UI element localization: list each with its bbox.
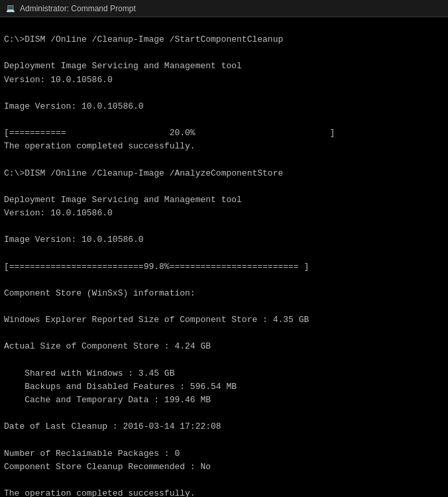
console-line (4, 327, 444, 340)
console-line: Image Version: 10.0.10586.0 (4, 233, 444, 247)
console-line: Backups and Disabled Features : 596.54 M… (4, 380, 444, 394)
console-line (4, 180, 444, 193)
console-line: Component Store Cleanup Recommended : No (4, 461, 444, 474)
console-line: The operation completed successfully. (4, 487, 444, 497)
console-line (4, 153, 444, 166)
title-bar-text: Administrator: Command Prompt (20, 4, 136, 13)
console-line: Version: 10.0.10586.0 (4, 74, 444, 87)
console-output: C:\>DISM /Online /Cleanup-Image /StartCo… (0, 17, 448, 497)
console-line: C:\>DISM /Online /Cleanup-Image /Analyze… (4, 167, 444, 180)
console-line: Deployment Image Servicing and Managemen… (4, 193, 444, 207)
console-line: Version: 10.0.10586.0 (4, 207, 444, 220)
console-line (4, 46, 444, 60)
console-line (4, 354, 444, 367)
console-line: C:\>DISM /Online /Cleanup-Image /StartCo… (4, 33, 444, 46)
console-line: Windows Explorer Reported Size of Compon… (4, 313, 444, 327)
console-line: Date of Last Cleanup : 2016-03-14 17:22:… (4, 420, 444, 433)
console-line (4, 247, 444, 260)
console-line (4, 300, 444, 313)
console-line (4, 407, 444, 420)
console-line: The operation completed successfully. (4, 140, 444, 153)
console-line (4, 113, 444, 127)
cmd-icon: 💻 (5, 3, 16, 14)
console-line (4, 87, 444, 100)
console-line: Component Store (WinSxS) information: (4, 287, 444, 300)
console-line: Number of Reclaimable Packages : 0 (4, 447, 444, 461)
console-line: Shared with Windows : 3.45 GB (4, 367, 444, 380)
console-line: [=========== 20.0% ] (4, 127, 444, 140)
console-line (4, 474, 444, 487)
console-line (4, 220, 444, 233)
title-bar: 💻 Administrator: Command Prompt (0, 0, 448, 17)
console-line: [==========================99.8%========… (4, 260, 444, 274)
console-line (4, 433, 444, 447)
console-line: Deployment Image Servicing and Managemen… (4, 60, 444, 73)
console-line: Image Version: 10.0.10586.0 (4, 100, 444, 113)
console-line (4, 274, 444, 287)
console-line: Actual Size of Component Store : 4.24 GB (4, 340, 444, 353)
console-line: Cache and Temporary Data : 199.46 MB (4, 394, 444, 407)
